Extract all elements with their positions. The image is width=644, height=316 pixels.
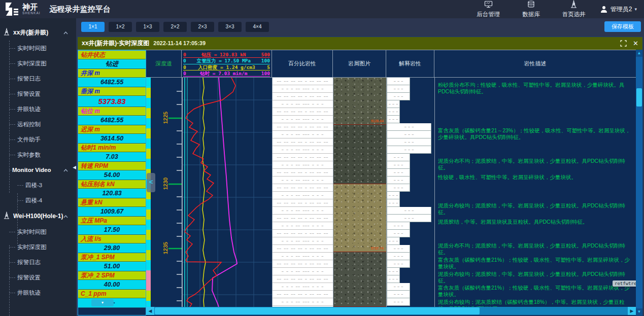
percent-lithology-row: –– –– –– –– – –– –– –– [273, 154, 333, 161]
interp-lithology-block: – – – [387, 291, 410, 298]
param-label: 钻位 m [78, 107, 146, 116]
cuttings-photo-2[interactable] [333, 125, 386, 184]
sidebar-item-井眼轨迹[interactable]: 井眼轨迹 [0, 101, 76, 117]
param-cell-井深[interactable]: 井深 m6482.55 [78, 69, 146, 87]
database-icon [527, 1, 535, 10]
param-label: 垂深 m [78, 87, 146, 96]
strip-block [146, 138, 151, 149]
param-cell-钻位[interactable]: 钻位 m6482.55 [78, 107, 146, 125]
sidebar-item-文件助手[interactable]: 文件助手 [0, 132, 76, 147]
sidebar-collapse-icon[interactable]: ◀ [73, 164, 76, 170]
interp-lithology-block: – – – [387, 146, 431, 154]
nav-item-database[interactable]: 数据库 [522, 1, 540, 18]
nav-item-admin[interactable]: 后台管理 [477, 1, 500, 18]
strip-block [146, 280, 151, 291]
shenkai-logo-icon [4, 2, 19, 16]
curve-legend-row[interactable]: 0钻压 = 120.83 kN500 [183, 52, 270, 58]
param-cell-C_1[interactable]: C_1 ppm---▾ [78, 290, 146, 308]
tree-item-label: 实时深度图 [17, 243, 47, 251]
horizontal-scrollbar[interactable]: ◀ ▶ [146, 307, 636, 315]
param-cell-悬重[interactable]: 悬重 kN1009.67 [78, 198, 146, 217]
depth-tick-label: 1235 [162, 240, 168, 256]
horizontal-scroll-thumb[interactable] [155, 307, 480, 314]
param-dropdown-icon[interactable]: ▾ [91, 299, 114, 306]
strip-block [146, 78, 151, 88]
param-cell-迟深[interactable]: 迟深 m3614.50 [78, 125, 146, 144]
tree-guide-line [9, 41, 10, 193]
vertical-scrollbar[interactable]: ▲ ▼ [636, 50, 642, 315]
layout-button-1×1[interactable]: 1×1 [81, 22, 105, 32]
layout-buttons: 1×11×21×32×22×33×34×4 [81, 22, 269, 32]
app-title: 远程录井监控平台 [50, 5, 111, 14]
layout-button-2×3[interactable]: 2×3 [191, 22, 214, 32]
nav-item-label: 首页选井 [562, 11, 586, 18]
lithology-description-text: 性较硬，吸水性、可塑性中等。岩屑呈碎块状，少量块状。 [438, 174, 635, 181]
param-cell-垂深[interactable]: 垂深 m5373.83 [78, 87, 146, 107]
close-icon[interactable]: ✕ [633, 40, 638, 47]
sidebar-well-Wei-H100(Hole-1)[interactable]: Wei-H100(Hole-1) [0, 208, 76, 224]
sidebar-group-Monitor Video[interactable]: Monitor Video [0, 162, 76, 178]
lithology-description-column: 粉砂质分布不均；性较硬，吸水性、可塑性中等。岩屑呈块状，少量碎块状。具PDC钻头… [434, 78, 636, 307]
layout-button-1×3[interactable]: 1×3 [136, 22, 159, 32]
panel-collapse-chevron-icon[interactable]: < [147, 173, 155, 192]
layout-button-1×2[interactable]: 1×2 [109, 22, 132, 32]
scroll-right-icon[interactable]: ▶ [628, 307, 636, 315]
cuttings-photo-3[interactable]: 5737.74 [333, 184, 386, 252]
percent-lithology-row: –– –– –– –– – –– –– –– [273, 78, 333, 85]
sidebar-item-远程控制[interactable]: 远程控制 [0, 117, 76, 132]
sidebar-item-实时时间图[interactable]: 实时时间图 [0, 41, 76, 56]
param-label: 泵冲_2 SPM [78, 271, 146, 280]
param-cell-泵冲_2[interactable]: 泵冲_2 SPM40.00 [78, 271, 146, 290]
param-cell-立压[interactable]: 立压 MPa17.50 [78, 217, 146, 235]
sidebar-item-四楼-3[interactable]: 四楼-3 [0, 178, 76, 193]
sidebar-item-井眼轨迹[interactable]: 井眼轨迹 [0, 285, 76, 300]
param-value: 6482.55 [78, 116, 146, 125]
sidebar-item-实时参数[interactable]: 实时参数 [0, 147, 76, 162]
param-cell-钻压别名[interactable]: 钻压别名 kN120.83 [78, 180, 146, 198]
param-label: 钻压别名 kN [78, 180, 146, 189]
param-cell-转速[interactable]: 转速 RPM54.00 [78, 162, 146, 180]
sidebar-item-报警设置[interactable]: 报警设置 [0, 270, 76, 285]
sidebar-item-实时深度图[interactable]: 实时深度图 [0, 239, 76, 255]
param-cell-入流[interactable]: 入流 l/s29.80 [78, 235, 146, 253]
param-cell-钻时1[interactable]: 钻时1 min/m7.03 [78, 144, 146, 162]
percent-lithology-row: – – – –– ––– – – – [273, 253, 333, 260]
vertical-scroll-thumb[interactable] [636, 88, 642, 107]
lithology-description-text: 泥质分布不均；泥质胶结，中等。岩屑呈块状，少量豆粒状。具PDC钻头切削特征。 [438, 158, 635, 171]
sidebar-item-报警日志[interactable]: 报警日志 [0, 71, 76, 86]
admin-console-icon [484, 1, 493, 10]
curve-track [182, 78, 272, 307]
percent-lithology-row: – – – –– ––– – – – [273, 298, 333, 306]
sidebar-item-报警设置[interactable]: 报警设置 [0, 86, 76, 101]
layout-button-4×4[interactable]: 4×4 [246, 22, 269, 32]
sidebar-item-四楼-4[interactable]: 四楼-4 [0, 193, 76, 208]
chart-header-row: 深度道 0钻压 = 120.83 kN5000立管压力 = 17.50 MPa1… [146, 50, 636, 78]
sidebar-well-xx井(新井眼)[interactable]: xx井(新井眼) [0, 24, 76, 41]
save-template-button[interactable]: 保存模板 [604, 21, 641, 32]
param-cell-泵冲_1[interactable]: 泵冲_1 SPM51.00 [78, 253, 146, 271]
collapse-caret-icon [63, 213, 76, 220]
layout-button-2×2[interactable]: 2×2 [163, 22, 187, 32]
sidebar-item-报警日志[interactable]: 报警日志 [0, 255, 76, 270]
curve-legend-row[interactable]: 0入口密度 = 1.24 g/cm35 [183, 64, 270, 71]
user-menu[interactable]: 管理员2 ▾ [600, 5, 637, 14]
sidebar-item-实时深度图[interactable]: 实时深度图 [0, 56, 76, 71]
interp-lithology-block: – – – [387, 177, 410, 184]
sidebar-item-实时时间图[interactable]: 实时时间图 [0, 224, 76, 239]
user-name: 管理员2 [611, 5, 632, 14]
well-derrick-icon [570, 0, 578, 10]
cuttings-photo-1[interactable]: 5128.64 [333, 78, 386, 125]
curve-legend-row[interactable]: 0钻时 = 7.03 min/m100 [183, 71, 270, 77]
curve-legend-row[interactable]: 0立管压力 = 17.50 MPa100 [183, 58, 270, 64]
scroll-down-icon[interactable]: ▼ [636, 308, 642, 315]
cuttings-photo-4[interactable] [333, 252, 386, 307]
expand-icon[interactable] [620, 40, 627, 47]
layout-button-3×3[interactable]: 3×3 [218, 22, 242, 32]
strip-block [146, 128, 151, 138]
nav-item-well-select[interactable]: 首页选井 [562, 0, 586, 18]
brand-block: 神开 SHENKAI [22, 3, 41, 15]
param-cell-钻井状态[interactable]: 钻井状态钻进 [78, 51, 146, 69]
scroll-up-icon[interactable]: ▲ [636, 50, 642, 57]
legend-curve-text: 钻压 = 120.83 kN [201, 52, 246, 57]
scroll-left-icon[interactable]: ◀ [146, 307, 154, 315]
